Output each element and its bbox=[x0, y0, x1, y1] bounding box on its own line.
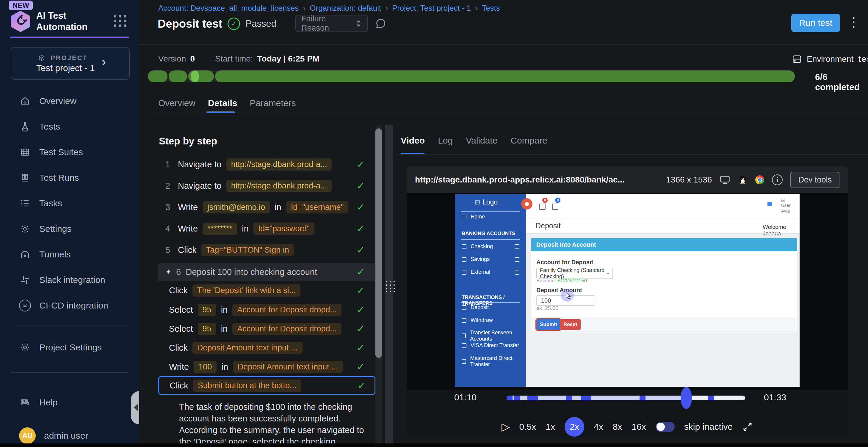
tab-overview[interactable]: Overview bbox=[158, 98, 195, 108]
bank-reset-button: Reset bbox=[560, 319, 581, 330]
record-indicator-icon bbox=[521, 198, 532, 209]
sidebar-item-tasks[interactable]: Tasks bbox=[0, 194, 138, 212]
step-target-chip: Tag="BUTTON" Sign in bbox=[202, 244, 294, 256]
devtools-button[interactable]: Dev tools bbox=[790, 172, 839, 188]
monitor-icon bbox=[719, 174, 730, 185]
speed-8x[interactable]: 8x bbox=[613, 422, 622, 432]
step-check-icon: ✓ bbox=[356, 361, 365, 372]
project-name: Test project - 1 bbox=[36, 63, 95, 73]
tab-validate[interactable]: Validate bbox=[466, 136, 497, 146]
step-group-header[interactable]: ✦ 6 Deposit 100 into checking account ✓ bbox=[158, 263, 376, 281]
speed-1x[interactable]: 1x bbox=[546, 422, 555, 432]
drive-icon bbox=[792, 54, 802, 64]
video-stage: Logo Home BANKING ACCOUNTS Checking Savi… bbox=[407, 193, 848, 390]
substep-row-5[interactable]: Write 100 in Deposit Amount text input .… bbox=[158, 358, 376, 376]
step-row-3[interactable]: 3 Write jsmith@demo.io in Id="username" … bbox=[158, 198, 376, 216]
timeline-thumb[interactable] bbox=[681, 387, 692, 409]
breadcrumb-separator: › bbox=[385, 4, 388, 13]
breadcrumb-account[interactable]: Account: Devspace_all_module_licenses bbox=[158, 4, 299, 13]
sidebar-item-overview[interactable]: Overview bbox=[0, 92, 138, 110]
sidebar-item-slack-integration[interactable]: Slack integration bbox=[0, 271, 138, 289]
step-row-2[interactable]: 2 Navigate to http://stage.dbank.prod-a.… bbox=[158, 177, 376, 195]
chrome-icon bbox=[755, 175, 764, 184]
video-url: http://stage.dbank.prod-apps.relicx.ai:8… bbox=[415, 175, 658, 184]
slack-icon bbox=[19, 275, 31, 285]
substep-row-4[interactable]: Click Deposit Amount text input ... ✓ bbox=[158, 339, 376, 357]
info-icon[interactable]: i bbox=[772, 174, 783, 185]
app-switcher-grid-icon[interactable] bbox=[114, 15, 127, 27]
header-divider bbox=[138, 44, 868, 44]
speed-0.5x[interactable]: 0.5x bbox=[519, 422, 536, 432]
bank-page-title: Deposit bbox=[535, 221, 561, 230]
sidebar-accent-divider bbox=[10, 37, 129, 38]
collapse-arrow-icon bbox=[133, 404, 138, 411]
breadcrumb-separator: › bbox=[303, 4, 306, 13]
video-timeline[interactable] bbox=[506, 396, 745, 400]
notification-badge-blue: 0 bbox=[555, 198, 560, 203]
breadcrumb-project[interactable]: Project: Test project - 1 bbox=[392, 4, 471, 13]
substep-row-2[interactable]: Select 95 in Account for Deposit dropd..… bbox=[158, 301, 376, 319]
step-value-chip: ******** bbox=[203, 222, 237, 235]
video-controls: ▷ 0.5x 1x 2x 4x 8x 16x skip inactive bbox=[407, 415, 848, 438]
step-check-icon: ✓ bbox=[356, 159, 365, 170]
sidebar-item-cicd-integration[interactable]: ∞ CI-CD integration bbox=[0, 296, 138, 315]
bank-account-label: Account for Deposit bbox=[536, 259, 593, 266]
home-icon bbox=[19, 96, 31, 106]
user-menu[interactable]: AU admin user bbox=[0, 426, 138, 445]
sidebar-item-test-suites[interactable]: Test Suites bbox=[0, 143, 138, 161]
progress-segment bbox=[215, 70, 795, 82]
step-check-icon: ✓ bbox=[356, 223, 365, 234]
step-target-chip: Id="password" bbox=[253, 222, 314, 235]
step-row-4[interactable]: 4 Write ******** in Id="password" ✓ bbox=[158, 220, 376, 238]
bank-app-frame: Logo Home BANKING ACCOUNTS Checking Savi… bbox=[455, 194, 800, 387]
sidebar-item-settings[interactable]: Settings bbox=[0, 220, 138, 238]
video-total-time: 01:33 bbox=[764, 392, 786, 403]
tab-compare[interactable]: Compare bbox=[510, 136, 547, 146]
sidebar-item-tests[interactable]: Tests bbox=[0, 117, 138, 136]
columns-icon bbox=[19, 172, 31, 183]
project-selector[interactable]: PROJECT Test project - 1 › bbox=[11, 47, 130, 80]
broken-image-icon bbox=[462, 215, 466, 219]
video-panel-tabs: Video Log Validate Compare bbox=[401, 136, 547, 146]
infinity-icon: ∞ bbox=[19, 300, 31, 311]
step-row-5[interactable]: 5 Click Tag="BUTTON" Sign in ✓ bbox=[158, 241, 376, 259]
sidebar-item-project-settings[interactable]: Project Settings bbox=[0, 338, 138, 357]
speed-16x[interactable]: 16x bbox=[631, 422, 646, 432]
step-check-icon: ✓ bbox=[356, 266, 365, 278]
passed-check-icon: ✓ bbox=[227, 18, 240, 30]
tunnel-icon bbox=[19, 249, 31, 260]
speed-2x-active[interactable]: 2x bbox=[565, 417, 584, 437]
substep-row-1[interactable]: Click The 'Deposit' link with a si... ✓ bbox=[158, 281, 376, 299]
comment-bubble-icon[interactable] bbox=[375, 18, 387, 30]
breadcrumb-tests[interactable]: Tests bbox=[482, 4, 500, 13]
sidebar-item-test-runs[interactable]: Test Runs bbox=[0, 169, 138, 187]
bank-nav-visa: VISA Direct Transfer bbox=[462, 342, 519, 349]
splitter-drag-handle[interactable] bbox=[386, 281, 395, 292]
fullscreen-expand-icon[interactable] bbox=[742, 421, 753, 432]
sidebar-item-tunnels[interactable]: Tunnels bbox=[0, 245, 138, 264]
steps-scrollbar-thumb[interactable] bbox=[375, 128, 382, 358]
tab-details[interactable]: Details bbox=[208, 98, 237, 108]
broken-image-icon bbox=[781, 198, 785, 202]
tab-video[interactable]: Video bbox=[401, 136, 425, 146]
substep-row-3[interactable]: Select 95 in Account for Deposit dropd..… bbox=[158, 320, 376, 338]
step-check-icon: ✓ bbox=[356, 304, 365, 315]
step-row-1[interactable]: 1 Navigate to http://stage.dbank.prod-a.… bbox=[158, 156, 376, 173]
substep-row-6-selected[interactable]: Click Submit button at the botto... ✓ bbox=[158, 376, 375, 395]
breadcrumb: Account: Devspace_all_module_licenses › … bbox=[158, 4, 500, 13]
step-target-chip: Id="username" bbox=[286, 201, 349, 213]
speed-4x[interactable]: 4x bbox=[594, 422, 603, 432]
breadcrumb-organization[interactable]: Organization: default bbox=[310, 4, 381, 13]
step-value-chip: 100 bbox=[194, 361, 217, 373]
tab-parameters[interactable]: Parameters bbox=[250, 98, 296, 108]
sidebar-item-help[interactable]: ? Help bbox=[0, 393, 138, 412]
tab-log[interactable]: Log bbox=[438, 136, 453, 146]
linux-penguin-icon bbox=[738, 175, 747, 184]
run-test-button[interactable]: Run test bbox=[791, 14, 840, 32]
chevron-down-icon bbox=[607, 271, 610, 276]
failure-reason-select[interactable]: Failure Reason bbox=[296, 15, 368, 32]
skip-inactive-toggle[interactable] bbox=[656, 422, 675, 432]
play-icon[interactable]: ▷ bbox=[501, 420, 510, 433]
step-target-chip: Submit button at the botto... bbox=[193, 380, 301, 392]
kebab-menu-icon[interactable]: ⋮ bbox=[847, 14, 860, 29]
